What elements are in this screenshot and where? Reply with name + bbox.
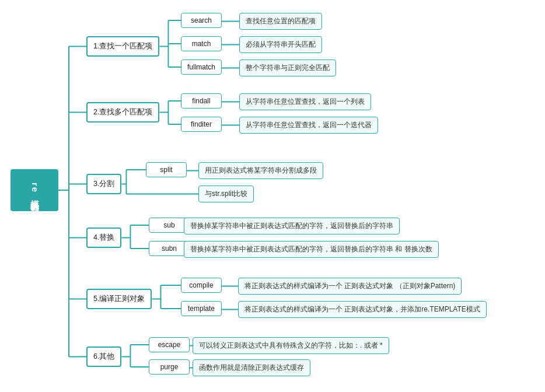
branch-6-child-2-label: purge	[160, 363, 179, 371]
branch-5-child-1-node: compile	[181, 278, 222, 293]
branch-6-child-2-node: purge	[149, 359, 190, 374]
branch-1-child-3-node: fullmatch	[181, 60, 222, 75]
branch-5-child-1-label: compile	[189, 281, 213, 289]
branch-3-child-1-desc: 用正则表达式将某字符串分割成多段	[198, 162, 323, 179]
branch-3-child-1-desc-text: 用正则表达式将某字符串分割成多段	[205, 166, 317, 176]
branch-1-child-3-desc-text: 整个字符串与正则完全匹配	[246, 63, 330, 73]
branch-1-child-3-desc: 整个字符串与正则完全匹配	[239, 60, 336, 76]
branch-3-child-1-label: split	[160, 166, 172, 174]
branch-6-child-1-desc: 可以转义正则表达式中具有特殊含义的字符，比如：. 或者 *	[193, 337, 389, 354]
branch-1-child-3-label: fullmatch	[187, 63, 215, 71]
branch-4-child-1-desc: 替换掉某字符串中被正则表达式匹配的字符，返回替换后的字符串	[184, 218, 400, 235]
branch-6-child-1-desc-text: 可以转义正则表达式中具有特殊含义的字符，比如：. 或者 *	[199, 341, 383, 351]
branch-1-child-1-desc-text: 查找任意位置的匹配项	[246, 16, 316, 26]
connector-lines	[0, 0, 545, 392]
branch-1-child-2-desc: 必须从字符串开头匹配	[239, 36, 322, 53]
branch-6-child-2-desc-text: 函数作用就是清除正则表达式缓存	[199, 363, 304, 373]
branch-3-child-2-desc-text: 与str.split比较	[205, 189, 247, 199]
branch-2-label: 2.查找多个匹配项	[93, 107, 152, 117]
branch-3-label: 3.分割	[93, 179, 114, 189]
root-node: re模块函数	[11, 169, 58, 211]
branch-2-child-2-node: finditer	[181, 117, 222, 132]
branch-4-child-2-desc: 替换掉某字符串中被正则表达式匹配的字符，返回替换后的字符串 和 替换次数	[184, 241, 439, 258]
branch-2-child-1-label: findall	[192, 97, 210, 105]
branch-2-child-1-desc-text: 从字符串任意位置查找，返回一个列表	[246, 97, 365, 107]
branch-3-child-1-node: split	[146, 162, 187, 177]
mind-map-container: re模块函数 1.查找一个匹配项 search 查找任意位置的匹配项 match…	[0, 0, 545, 392]
branch-6-label: 6.其他	[93, 352, 114, 362]
branch-2-child-2-label: finditer	[191, 120, 212, 128]
branch-2-child-2-desc: 从字符串任意位置查找，返回一个迭代器	[239, 117, 378, 134]
branch-4-child-2-label: subn	[162, 244, 177, 253]
branch-6-child-1-node: escape	[149, 337, 190, 352]
branch-4-label: 4.替换	[93, 233, 114, 243]
branch-4-child-1-desc-text: 替换掉某字符串中被正则表达式匹配的字符，返回替换后的字符串	[190, 221, 393, 231]
branch-1-child-2-desc-text: 必须从字符串开头匹配	[246, 40, 316, 50]
branch-1-child-1-node: search	[181, 13, 222, 28]
branch-1-child-1-label: search	[191, 16, 212, 24]
branch-5-child-2-node: template	[181, 301, 222, 316]
branch-1-label: 1.查找一个匹配项	[93, 41, 152, 51]
branch-5-child-2-desc: 将正则表达式的样式编译为一个 正则表达式对象，并添加re.TEMPLATE模式	[238, 301, 487, 318]
branch-2-child-1-desc: 从字符串任意位置查找，返回一个列表	[239, 93, 371, 110]
branch-5-child-2-desc-text: 将正则表达式的样式编译为一个 正则表达式对象，并添加re.TEMPLATE模式	[244, 304, 480, 314]
branch-5-child-2-label: template	[188, 304, 215, 313]
root-label: re模块函数	[29, 183, 40, 198]
branch-2-child-1-node: findall	[181, 93, 222, 108]
branch-4-child-1-label: sub	[163, 221, 174, 229]
branch-5-child-1-desc-text: 将正则表达式的样式编译为一个 正则表达式对象 （正则对象Pattern)	[244, 281, 455, 291]
branch-1-child-2-node: match	[181, 36, 222, 51]
branch-2-child-2-desc-text: 从字符串任意位置查找，返回一个迭代器	[246, 120, 372, 130]
branch-3-child-2-desc: 与str.split比较	[198, 186, 254, 202]
branch-1-child-1-desc: 查找任意位置的匹配项	[239, 13, 322, 30]
branch-6-child-2-desc: 函数作用就是清除正则表达式缓存	[193, 359, 310, 376]
branch-5-child-1-desc: 将正则表达式的样式编译为一个 正则表达式对象 （正则对象Pattern)	[238, 278, 462, 295]
branch-3-node: 3.分割	[86, 174, 121, 194]
branch-4-node: 4.替换	[86, 228, 121, 248]
branch-6-child-1-label: escape	[158, 341, 181, 349]
branch-5-node: 5.编译正则对象	[86, 289, 152, 309]
branch-1-child-2-label: match	[192, 40, 211, 48]
branch-4-child-2-desc-text: 替换掉某字符串中被正则表达式匹配的字符，返回替换后的字符串 和 替换次数	[190, 244, 432, 254]
branch-1-node: 1.查找一个匹配项	[86, 36, 159, 57]
branch-2-node: 2.查找多个匹配项	[86, 102, 159, 123]
branch-6-node: 6.其他	[86, 346, 121, 367]
branch-5-label: 5.编译正则对象	[93, 294, 145, 304]
